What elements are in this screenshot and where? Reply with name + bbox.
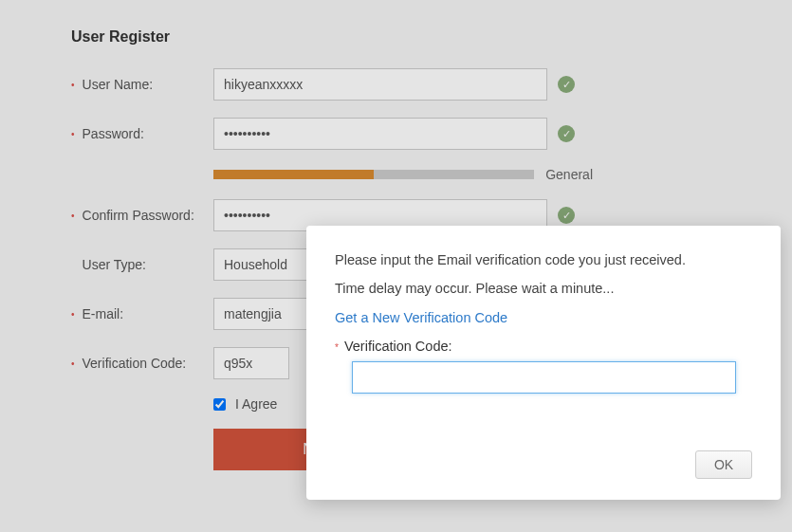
resend-code-link[interactable]: Get a New Verification Code (335, 310, 507, 325)
ok-button[interactable]: OK (695, 450, 752, 479)
modal-line-1: Please input the Email verification code… (335, 252, 752, 267)
modal-verification-code-input[interactable] (352, 361, 736, 394)
modal-line-2: Time delay may occur. Please wait a minu… (335, 281, 752, 296)
modal-field-label: Verification Code: (344, 339, 452, 354)
required-star: * (335, 342, 339, 353)
modal-field-row: * Verification Code: (335, 339, 752, 354)
verification-modal: Please input the Email verification code… (306, 226, 781, 500)
